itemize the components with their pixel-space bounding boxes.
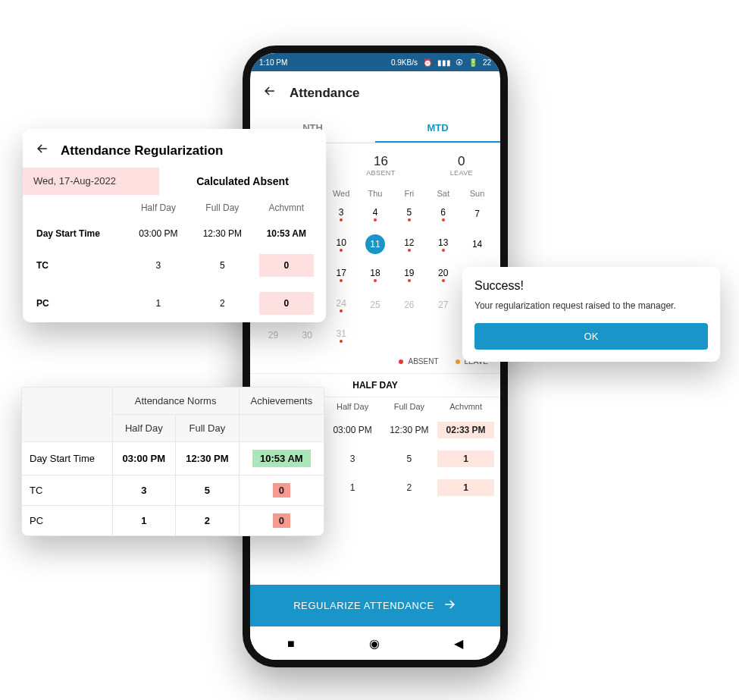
calendar-day[interactable]: 29 (256, 324, 290, 347)
calendar-day[interactable]: 10 (324, 233, 359, 256)
cta-label: REGULARIZE ATTENDANCE (293, 600, 434, 611)
wifi-icon: ⦿ (456, 58, 463, 67)
app-header: Attendance (250, 71, 500, 115)
dialog-message: Your regularization request raised to th… (474, 300, 708, 311)
calendar-day[interactable]: 31 (324, 324, 359, 347)
calendar-day[interactable]: 3 (324, 202, 359, 225)
norms-header: Attendance Norms (112, 388, 239, 415)
back-icon[interactable] (262, 83, 277, 102)
table-row: PC 1 2 0 (22, 506, 324, 536)
arrow-right-icon (442, 597, 457, 614)
calendar-day[interactable]: 19 (392, 263, 426, 286)
ok-button[interactable]: OK (474, 323, 708, 350)
page-title: Attendance (290, 86, 360, 101)
calendar-day[interactable]: 7 (460, 202, 494, 225)
card1-status: Calculated Absent (159, 168, 326, 195)
tab-mtd[interactable]: MTD (375, 115, 500, 143)
achievements-header: Achievements (239, 388, 324, 415)
mtd-leave: 0 LEAVE (450, 154, 473, 177)
nav-back-icon[interactable]: ◀ (454, 636, 463, 651)
calendar-day[interactable]: 5 (392, 202, 426, 225)
norms-card: Attendance Norms Achievements Half Day F… (21, 387, 324, 536)
calendar-day[interactable]: 12 (392, 233, 426, 256)
calendar-day[interactable]: 25 (359, 293, 393, 316)
calendar-day[interactable]: 30 (290, 324, 324, 347)
legend-absent: ABSENT (399, 357, 438, 366)
table-row: Day Start Time 03:00 PM 12:30 PM 10:53 A… (22, 442, 324, 476)
success-dialog: Success! Your regularization request rai… (462, 267, 720, 362)
dialog-title: Success! (474, 279, 708, 293)
table-row: TC 3 5 0 (22, 476, 324, 506)
calendar-day[interactable]: 20 (426, 263, 460, 286)
status-icons: 0.9KB/s ⏰ ▮▮▮ ⦿ 🔋 22 (388, 58, 491, 67)
signal-icon: ▮▮▮ (437, 58, 451, 67)
card1-date: Wed, 17-Aug-2022 (23, 168, 159, 195)
regularize-button[interactable]: REGULARIZE ATTENDANCE (250, 585, 500, 626)
back-icon[interactable] (35, 141, 50, 160)
android-navbar: ■ ◉ ◀ (250, 626, 500, 660)
nav-recent-icon[interactable]: ■ (287, 637, 295, 651)
status-bar: 1:10 PM 0.9KB/s ⏰ ▮▮▮ ⦿ 🔋 22 (250, 53, 500, 71)
calendar-day[interactable]: 18 (359, 263, 393, 286)
regularization-card: Attendance Regularization Wed, 17-Aug-20… (23, 129, 326, 322)
card1-title: Attendance Regularization (61, 143, 223, 159)
calendar-day[interactable]: 14 (460, 233, 494, 256)
calendar-day[interactable]: 24 (324, 293, 359, 316)
calendar-day[interactable]: 13 (426, 233, 460, 256)
nav-home-icon[interactable]: ◉ (369, 636, 380, 651)
calendar-day[interactable]: 26 (392, 293, 426, 316)
battery-icon: 🔋 (468, 58, 478, 67)
status-time: 1:10 PM (259, 58, 287, 67)
calendar-day[interactable]: 27 (426, 293, 460, 316)
calendar-day[interactable]: 4 (359, 202, 393, 225)
calendar-day[interactable]: 11 (359, 233, 393, 256)
calendar-day[interactable]: 17 (324, 263, 359, 286)
mtd-absent: 16 ABSENT (366, 154, 395, 177)
alarm-icon: ⏰ (423, 58, 432, 67)
calendar-day[interactable]: 6 (426, 202, 460, 225)
